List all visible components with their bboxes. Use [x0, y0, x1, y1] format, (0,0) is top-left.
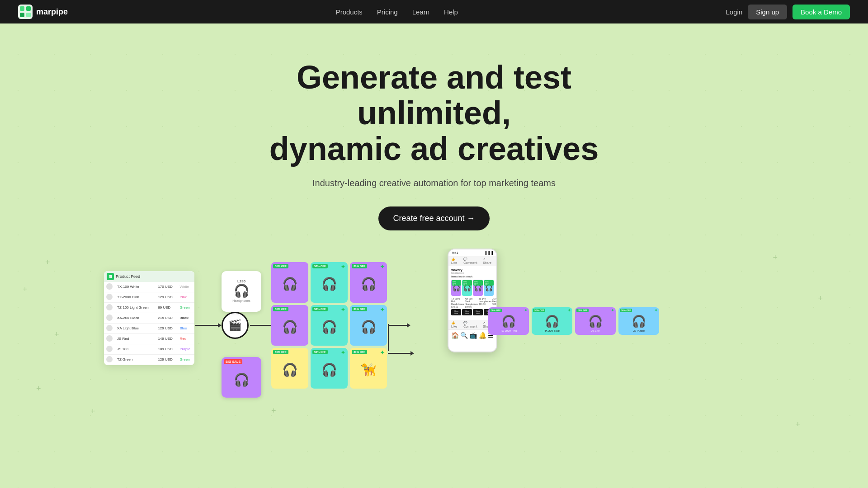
decorative-cross-4: +	[36, 384, 41, 394]
mobile-ad-row: 50% OFF 🎧 50% OFF 🎧 50% OFF 🎧 50% OFF 🎧	[451, 280, 494, 296]
strip-card-1: 50% OFF ✦ 🎧 TX-2000 Pink	[488, 307, 529, 335]
mobile-brand: Wavery	[451, 268, 494, 272]
arrow-elbow	[388, 324, 414, 356]
nav-help[interactable]: Help	[444, 8, 458, 16]
decorative-cross-7: +	[818, 294, 823, 303]
strip-card-4: 50% OFF ✦ 🎧 JS Purple	[618, 307, 659, 335]
ad-card-5: 50% OFF ✦ 🎧	[311, 305, 348, 346]
decorative-cross-6: +	[773, 253, 778, 263]
decorative-cross-2: +	[23, 285, 28, 294]
ad-card-6: 30% OFF ✦ 🎧	[350, 305, 387, 346]
nav-products[interactable]: Products	[336, 8, 363, 16]
ad-card-2: 50% OFF ✦ 🎧	[311, 262, 348, 303]
create-account-button[interactable]: Create free account →	[378, 206, 489, 230]
logo-text: marpipe	[36, 7, 68, 17]
spreadsheet-row: TZ Green 129 USD Green	[104, 354, 194, 365]
spreadsheet-row: TX-100 White 170 USD White	[104, 282, 194, 292]
ad-card-9: 30% OFF ✦ 🦮	[350, 348, 387, 389]
ad-grid-main: 50% OFF 🎧 50% OFF ✦ 🎧 30% OFF ✦ 🎧 50% OF…	[271, 262, 387, 389]
decorative-cross-3: +	[54, 330, 59, 339]
mobile-stock: Items low in stock	[451, 275, 494, 278]
nav-learn[interactable]: Learn	[412, 8, 429, 16]
mobile-shop-buttons: Shop Now Shop Now Shop Now Shop Now	[451, 309, 494, 315]
spreadsheet-row: XA Light Blue 129 USD Blue	[104, 323, 194, 333]
hero-section: Generate and test unlimited, dynamic ad …	[0, 23, 868, 244]
ad-preview-white: L280 🎧 Headphones	[222, 271, 261, 312]
nav-actions: Login Sign up Book a Demo	[726, 5, 850, 19]
ad-strip-wide: 50% OFF ✦ 🎧 TX-2000 Pink 50% OFF ✦ 🎧 HX-…	[488, 307, 659, 335]
nav-pricing[interactable]: Pricing	[377, 8, 398, 16]
spreadsheet-mockup: ⊞ Product Feed TX-100 White 170 USD Whit…	[104, 271, 194, 365]
ad-card-3: 30% OFF ✦ 🎧	[350, 262, 387, 303]
book-demo-button[interactable]: Book a Demo	[793, 5, 850, 19]
mobile-status-bar: 9:41 ▐ ▐ ▐	[448, 249, 496, 256]
svg-rect-4	[26, 13, 31, 17]
mobile-mockup: 9:41 ▐ ▐ ▐ 👍 Like 💬 Comment ↗ Share Wave…	[448, 249, 497, 352]
navbar: marpipe Products Pricing Learn Help Logi…	[0, 0, 868, 23]
mobile-ad-thumb-4: 50% OFF 🎧	[484, 280, 494, 296]
camera-icon-circle: 🎬	[222, 312, 249, 339]
ad-card-1: 50% OFF 🎧	[271, 262, 308, 303]
mobile-ad-thumb-3: 50% OFF 🎧	[473, 280, 483, 296]
ad-card-4: 50% OFF 🎧	[271, 305, 308, 346]
ad-card-8: 50% OFF ✦ 🎧	[311, 348, 348, 389]
hero-subtitle: Industry-leading creative automation for…	[0, 178, 868, 188]
spreadsheet-row: JS 180 189 USD Purple	[104, 344, 194, 354]
logo[interactable]: marpipe	[18, 5, 68, 19]
mobile-social-bar: 👍 Like 💬 Comment ↗ Share	[448, 256, 496, 266]
spreadsheet-row: TX-2000 Pink 129 USD Pink	[104, 292, 194, 302]
decorative-cross-5: +	[90, 407, 95, 416]
mobile-sponsored: Sponsored	[451, 272, 494, 274]
decorative-cross-8: +	[795, 420, 800, 429]
spreadsheet-row: XA-200 Black 215 USD Black	[104, 313, 194, 323]
arrow-connector-1	[195, 323, 222, 328]
mobile-ad-thumb-1: 50% OFF 🎧	[451, 280, 461, 296]
ad-preview-purple-sale: BIG SALE 🎧	[222, 357, 261, 398]
mobile-ad-thumb-2: 50% OFF 🎧	[462, 280, 472, 296]
decorative-cross-1: +	[45, 258, 50, 267]
svg-rect-1	[20, 6, 24, 11]
decorative-cross-9: +	[271, 406, 276, 416]
spreadsheet-row: JS Red 149 USD Red	[104, 333, 194, 344]
hero-title: Generate and test unlimited, dynamic ad …	[231, 60, 637, 167]
nav-links: Products Pricing Learn Help	[336, 8, 458, 16]
svg-rect-2	[26, 6, 31, 11]
strip-card-3: 50% OFF ✦ 🎧 JS 149	[575, 307, 616, 335]
signup-button[interactable]: Sign up	[748, 5, 787, 19]
svg-rect-3	[20, 13, 24, 17]
mobile-product-labels: TX-2000 Pink Headphones$99.00 HX-200 Bla…	[451, 297, 494, 308]
login-button[interactable]: Login	[726, 8, 743, 16]
strip-card-2: 50% OFF ✦ 🎧 HX-200 Black	[532, 307, 572, 335]
spreadsheet-row: TZ-100 Light Green 89 USD Green	[104, 302, 194, 313]
ad-card-7: 50% OFF 🎧	[271, 348, 308, 389]
